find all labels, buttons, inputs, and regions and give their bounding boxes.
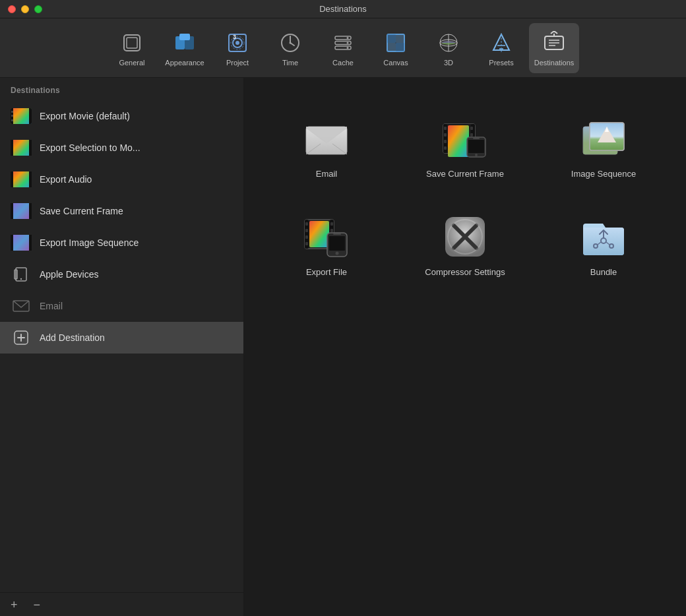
- destination-tile-compressor-settings[interactable]: Compressor Settings: [402, 202, 528, 288]
- add-destination-label: Add Destination: [40, 332, 105, 343]
- sidebar-item-export-image-sequence[interactable]: Export Image Sequence: [0, 227, 243, 259]
- svg-rect-85: [330, 222, 333, 226]
- export-selection-icon: [11, 137, 32, 158]
- toolbar-item-cache[interactable]: Cache: [318, 23, 368, 73]
- svg-point-17: [347, 37, 349, 39]
- destination-tile-save-current-frame[interactable]: Save Current Frame: [402, 104, 528, 189]
- svg-rect-57: [470, 127, 473, 130]
- close-button[interactable]: [8, 5, 16, 13]
- destination-tile-image-sequence[interactable]: Image Sequence: [541, 104, 666, 189]
- maximize-button[interactable]: [34, 5, 42, 13]
- toolbar-item-destinations[interactable]: Destinations: [529, 23, 579, 73]
- project-icon: 3: [224, 30, 251, 56]
- toolbar-item-general[interactable]: General: [107, 23, 157, 73]
- apple-devices-label: Apple Devices: [40, 269, 99, 280]
- svg-point-13: [290, 42, 292, 44]
- apple-devices-sidebar-icon: [11, 264, 32, 285]
- sidebar-item-add-destination[interactable]: Add Destination: [0, 322, 243, 354]
- export-file-tile-icon: [303, 213, 350, 261]
- right-panel: Email: [244, 78, 686, 616]
- svg-rect-65: [473, 138, 480, 139]
- export-image-sequence-label: Export Image Sequence: [40, 237, 139, 248]
- toolbar-item-time[interactable]: Time: [265, 23, 315, 73]
- add-button[interactable]: +: [8, 599, 20, 611]
- window-controls[interactable]: [8, 5, 42, 13]
- sidebar-list: Export Movie (default) Export Selection …: [0, 100, 243, 592]
- svg-rect-93: [333, 233, 341, 235]
- svg-rect-1: [127, 38, 137, 48]
- svg-point-64: [475, 154, 478, 156]
- cache-icon: [330, 30, 356, 56]
- destination-tile-email[interactable]: Email: [264, 104, 389, 189]
- export-movie-icon: [11, 106, 32, 127]
- sidebar-item-export-audio[interactable]: Export Audio: [0, 164, 243, 195]
- export-movie-label: Export Movie (default): [40, 111, 130, 121]
- svg-rect-58: [470, 133, 473, 137]
- destination-tile-bundle[interactable]: Bundle: [541, 202, 666, 288]
- toolbar-item-canvas[interactable]: Canvas: [371, 23, 421, 73]
- svg-rect-21: [387, 34, 396, 43]
- presets-label: Presets: [489, 59, 513, 67]
- destination-grid: Email: [257, 98, 673, 294]
- svg-rect-82: [305, 229, 308, 232]
- presets-icon: [488, 30, 514, 56]
- image-sequence-tile-icon: [580, 115, 627, 162]
- canvas-label: Canvas: [383, 59, 408, 67]
- add-destination-icon: [11, 327, 32, 348]
- toolbar-item-appearance[interactable]: Appearance: [160, 23, 210, 73]
- minimize-button[interactable]: [21, 5, 29, 13]
- svg-point-92: [336, 252, 339, 255]
- destination-tile-export-file[interactable]: Export File: [264, 202, 389, 288]
- export-audio-label: Export Audio: [40, 174, 92, 185]
- appearance-label: Appearance: [165, 59, 204, 67]
- svg-rect-61: [448, 125, 469, 157]
- toolbar-item-project[interactable]: 3 Project: [212, 23, 263, 73]
- svg-rect-55: [444, 140, 447, 143]
- export-selection-label: Export Selection to Mo...: [40, 142, 140, 153]
- svg-rect-83: [305, 235, 308, 239]
- window-title: Destinations: [319, 4, 367, 14]
- svg-rect-56: [444, 146, 447, 150]
- destinations-label: Destinations: [534, 59, 575, 67]
- toolbar: General Appearance 3 Project: [0, 18, 686, 78]
- email-tile-icon: [303, 115, 350, 162]
- sidebar-item-email[interactable]: Email: [0, 290, 243, 322]
- titlebar: Destinations: [0, 0, 686, 18]
- sidebar-header: Destinations: [0, 78, 243, 100]
- svg-rect-53: [444, 127, 447, 130]
- sidebar-item-apple-devices[interactable]: Apple Devices: [0, 259, 243, 290]
- image-sequence-tile-label: Image Sequence: [571, 169, 636, 179]
- svg-point-39: [20, 278, 22, 280]
- export-audio-icon: [11, 169, 32, 190]
- save-current-frame-sidebar-icon: [11, 200, 32, 222]
- toolbar-item-3d[interactable]: 3D: [423, 23, 474, 73]
- svg-rect-91: [329, 236, 345, 251]
- email-tile-label: Email: [316, 169, 338, 179]
- bundle-tile-icon: [580, 213, 627, 261]
- svg-rect-84: [305, 242, 308, 245]
- svg-rect-23: [387, 43, 396, 51]
- sidebar-item-export-selection[interactable]: Export Selection to Mo...: [0, 132, 243, 164]
- svg-rect-86: [330, 229, 333, 232]
- svg-rect-24: [396, 43, 404, 51]
- sidebar-item-save-current-frame[interactable]: Save Current Frame: [0, 195, 243, 227]
- svg-point-19: [347, 47, 349, 49]
- svg-point-7: [235, 41, 239, 45]
- 3d-label: 3D: [444, 59, 453, 67]
- svg-rect-4: [179, 34, 190, 40]
- compressor-settings-tile-label: Compressor Settings: [425, 267, 505, 277]
- canvas-icon: [383, 30, 409, 56]
- sidebar-item-export-movie[interactable]: Export Movie (default): [0, 100, 243, 132]
- main-content: Destinations: [0, 78, 686, 616]
- svg-rect-81: [305, 222, 308, 226]
- project-label: Project: [226, 59, 249, 67]
- 3d-icon: [435, 30, 462, 56]
- sidebar: Destinations: [0, 78, 244, 616]
- cache-label: Cache: [332, 59, 354, 67]
- general-label: General: [119, 59, 144, 67]
- toolbar-item-presets[interactable]: Presets: [476, 23, 526, 73]
- compressor-settings-tile-icon: [441, 213, 489, 261]
- time-label: Time: [282, 59, 298, 67]
- remove-button[interactable]: −: [31, 599, 44, 611]
- svg-rect-54: [444, 133, 447, 137]
